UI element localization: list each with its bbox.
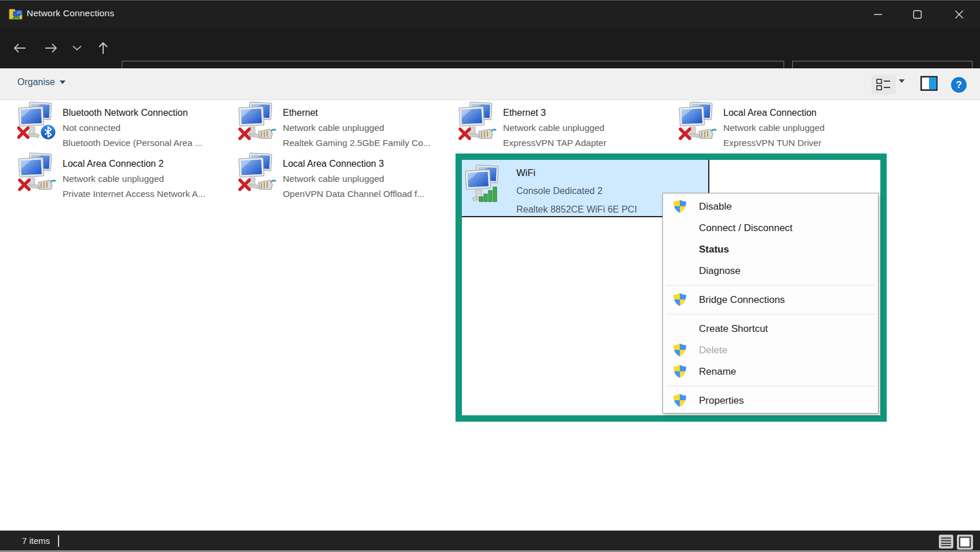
- minimize-button[interactable]: [861, 1, 895, 28]
- forward-button[interactable]: [39, 36, 63, 60]
- context-menu-item-connect-disconnect[interactable]: Connect / Disconnect: [663, 217, 878, 239]
- rj45-connector-icon: [38, 180, 56, 189]
- connection-device: ExpressVPN TUN Driver: [723, 136, 825, 151]
- connection-title: Local Area Connection 3: [283, 156, 424, 171]
- close-icon: [955, 10, 964, 19]
- context-menu-label: Status: [699, 244, 729, 255]
- help-question-icon: ?: [956, 79, 961, 91]
- ethernet-adapter-icon: [458, 101, 498, 142]
- view-options-button[interactable]: [872, 75, 896, 94]
- context-menu-label: Diagnose: [699, 265, 741, 277]
- rj45-connector-icon: [479, 129, 496, 138]
- connection-status: Network cable unplugged: [723, 120, 825, 136]
- connection-title: Local Area Connection 2: [63, 156, 205, 171]
- uac-shield-icon: [672, 199, 687, 214]
- connection-title: WiFi: [516, 163, 637, 182]
- window-title: Network Connections: [27, 8, 114, 19]
- navigation-bar: › Control Panel › Network and Internet ›…: [0, 28, 980, 68]
- ethernet-adapter-icon: [238, 101, 278, 142]
- connection-device: ExpressVPN TAP Adapter: [503, 136, 606, 151]
- connection-item-local-area-3[interactable]: Local Area Connection 3 Network cable un…: [238, 151, 445, 199]
- context-menu-separator: [663, 310, 878, 318]
- connection-title: Ethernet: [283, 105, 431, 120]
- ethernet-adapter-icon: [678, 101, 719, 142]
- uac-shield-icon: [672, 293, 687, 308]
- connection-item-ethernet[interactable]: Ethernet Network cable unplugged Realtek…: [238, 100, 445, 148]
- context-menu-separator: [663, 282, 878, 289]
- wifi-signal-bars-icon: [479, 187, 497, 202]
- organise-menu-button[interactable]: Organise: [17, 77, 65, 87]
- preview-pane-icon: [920, 76, 938, 91]
- help-button[interactable]: ?: [951, 77, 967, 93]
- context-menu-item-create-shortcut[interactable]: Create Shortcut: [663, 318, 878, 339]
- connection-device: Bluetooth Device (Personal Area ...: [63, 136, 202, 151]
- back-arrow-icon: [13, 42, 27, 54]
- connection-title: Bluetooth Network Connection: [63, 105, 202, 120]
- context-menu-label: Delete: [699, 345, 727, 356]
- connection-title: Local Area Connection: [723, 105, 825, 120]
- view-dropdown-caret-icon: [899, 79, 905, 93]
- connection-status: Console Dedicated 2: [516, 182, 637, 200]
- recent-pages-chevron-icon: [72, 45, 82, 51]
- context-menu-item-status[interactable]: Status: [663, 239, 878, 260]
- view-options-icon: [876, 78, 891, 91]
- maximize-button[interactable]: [901, 1, 934, 28]
- context-menu-item-bridge-connections[interactable]: Bridge Connections: [663, 289, 878, 310]
- context-menu-separator: [663, 382, 878, 390]
- context-menu-item-rename[interactable]: Rename: [663, 361, 878, 382]
- context-menu-label: Create Shortcut: [699, 323, 768, 335]
- rj45-connector-icon: [258, 180, 276, 189]
- connection-status: Not connected: [63, 120, 202, 136]
- back-button[interactable]: [8, 36, 31, 60]
- context-menu-label: Bridge Connections: [699, 294, 785, 306]
- connection-item-local-area[interactable]: Local Area Connection Network cable unpl…: [678, 100, 886, 148]
- bluetooth-icon: [41, 125, 56, 140]
- up-arrow-icon: [97, 41, 109, 55]
- organise-caret-icon: [60, 81, 65, 84]
- connection-device: Private Internet Access Network A...: [63, 187, 205, 202]
- maximize-icon: [913, 10, 922, 19]
- connection-device: Realtek Gaming 2.5GbE Family Co...: [283, 136, 431, 151]
- connection-title: Ethernet 3: [503, 105, 606, 120]
- network-folder-icon: [8, 6, 24, 22]
- connections-list: Bluetooth Network Connection Not connect…: [0, 100, 980, 531]
- context-menu: Disable Connect / Disconnect Status Diag…: [662, 193, 879, 414]
- details-view-icon: [939, 535, 953, 549]
- status-divider: [58, 535, 59, 547]
- organise-label: Organise: [17, 77, 55, 87]
- uac-shield-icon: [672, 393, 687, 408]
- wifi-adapter-icon: [464, 164, 505, 205]
- context-menu-label: Disable: [699, 201, 732, 213]
- rj45-connector-icon: [699, 129, 716, 138]
- connection-item-local-area-2[interactable]: Local Area Connection 2 Network cable un…: [17, 151, 225, 199]
- connection-item-ethernet-3[interactable]: Ethernet 3 Network cable unplugged Expre…: [458, 100, 665, 148]
- context-menu-item-delete[interactable]: Delete: [663, 339, 878, 361]
- context-menu-item-disable[interactable]: Disable: [663, 196, 878, 217]
- context-menu-label: Properties: [699, 395, 744, 407]
- uac-shield-icon: [672, 343, 687, 358]
- uac-shield-icon: [672, 364, 687, 379]
- network-connections-window: Network Connections: [0, 0, 980, 552]
- recent-pages-button[interactable]: [65, 36, 89, 60]
- context-menu-item-diagnose[interactable]: Diagnose: [663, 260, 878, 282]
- connection-status: Network cable unplugged: [283, 120, 431, 136]
- ethernet-adapter-icon: [17, 152, 58, 193]
- forward-arrow-icon: [44, 42, 58, 54]
- up-button[interactable]: [92, 36, 115, 60]
- connection-status: Network cable unplugged: [503, 120, 606, 136]
- connection-status: Network cable unplugged: [283, 171, 424, 187]
- connection-status: Network cable unplugged: [63, 171, 205, 187]
- items-count: 7 items: [22, 536, 50, 546]
- title-bar: Network Connections: [0, 1, 980, 28]
- preview-pane-button[interactable]: [920, 76, 938, 93]
- connection-device: Realtek 8852CE WiFi 6E PCI: [516, 200, 637, 217]
- connection-item-bluetooth[interactable]: Bluetooth Network Connection Not connect…: [17, 100, 225, 148]
- large-icons-view-button[interactable]: [957, 535, 973, 552]
- rj45-connector-icon: [258, 129, 276, 138]
- context-menu-item-properties[interactable]: Properties: [663, 390, 878, 411]
- view-options-dropdown[interactable]: [899, 83, 905, 93]
- close-button[interactable]: [942, 1, 976, 28]
- context-menu-label: Rename: [699, 366, 736, 378]
- details-view-button[interactable]: [939, 535, 953, 551]
- bluetooth-adapter-icon: [17, 101, 58, 142]
